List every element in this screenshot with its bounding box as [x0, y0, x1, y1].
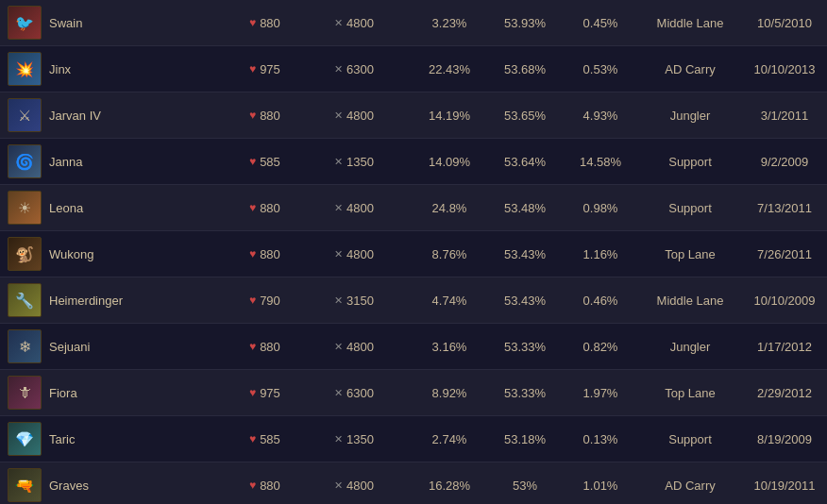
ip-cell: ♥ 585 — [242, 416, 327, 462]
ip-value: 880 — [260, 247, 280, 261]
banrate-cell: 0.53% — [563, 46, 638, 92]
table-row: 🐦 Swain ♥ 880 ✕ 4800 3.23% 53.93% 0.45% … — [0, 0, 827, 46]
ip-cell: ♥ 880 — [242, 462, 327, 505]
winrate-games-cell: 4.74% — [412, 277, 487, 324]
winrate-games-cell: 3.16% — [412, 324, 487, 370]
winrate-games-cell: 8.92% — [412, 370, 487, 416]
role-cell: Jungler — [638, 324, 742, 370]
role-cell: Jungler — [638, 92, 742, 139]
champion-name: Wukong — [49, 247, 93, 261]
champion-icon: 💥 — [8, 52, 42, 86]
rp-cell: ✕ 4800 — [327, 231, 412, 277]
release-cell: 10/19/2011 — [742, 462, 827, 505]
rp-cell: ✕ 4800 — [327, 462, 412, 505]
champion-cell-1: 💥 Jinx — [0, 46, 242, 92]
champion-cell-9: 💎 Taric — [0, 416, 242, 462]
ip-value: 790 — [260, 294, 280, 308]
rp-value: 6300 — [346, 62, 374, 76]
champion-icon: 🗡 — [8, 376, 42, 410]
rp-cell: ✕ 4800 — [327, 185, 412, 231]
ip-value: 880 — [260, 16, 280, 30]
ip-value: 880 — [260, 340, 280, 354]
ip-value: 975 — [260, 386, 280, 400]
rp-icon: ✕ — [334, 387, 343, 399]
table-row: 🐒 Wukong ♥ 880 ✕ 4800 8.76% 53.43% 1.16%… — [0, 231, 827, 277]
rp-icon: ✕ — [334, 109, 343, 122]
champion-icon: 💎 — [8, 422, 42, 456]
table-row: ❄ Sejuani ♥ 880 ✕ 4800 3.16% 53.33% 0.82… — [0, 324, 827, 370]
banrate-cell: 1.16% — [563, 231, 638, 277]
ip-cell: ♥ 880 — [242, 0, 327, 46]
winrate-games-cell: 24.8% — [412, 185, 487, 231]
banrate-cell: 0.82% — [563, 324, 638, 370]
champion-icon: 🐒 — [8, 237, 42, 271]
winrate-cell: 53.43% — [487, 277, 563, 324]
ip-cell: ♥ 975 — [242, 370, 327, 416]
rp-icon: ✕ — [334, 479, 343, 492]
rp-icon: ✕ — [334, 156, 343, 168]
rp-icon: ✕ — [334, 17, 343, 29]
role-cell: AD Carry — [638, 462, 742, 505]
ip-icon: ♥ — [249, 109, 256, 122]
champion-name: Taric — [49, 432, 75, 446]
release-cell: 2/29/2012 — [742, 370, 827, 416]
rp-value: 4800 — [346, 201, 374, 215]
winrate-cell: 53.48% — [487, 185, 563, 231]
champion-cell-10: 🔫 Graves — [0, 462, 242, 505]
table-row: 🌀 Janna ♥ 585 ✕ 1350 14.09% 53.64% 14.58… — [0, 139, 827, 185]
rp-icon: ✕ — [334, 341, 343, 353]
ip-icon: ♥ — [249, 432, 256, 445]
winrate-games-cell: 22.43% — [412, 46, 487, 92]
champion-icon: ⚔ — [8, 98, 42, 132]
ip-value: 975 — [260, 62, 280, 76]
release-cell: 1/17/2012 — [742, 324, 827, 370]
rp-icon: ✕ — [334, 63, 343, 76]
banrate-cell: 14.58% — [563, 139, 638, 185]
table-row: 🔫 Graves ♥ 880 ✕ 4800 16.28% 53% 1.01% A… — [0, 462, 827, 505]
winrate-cell: 53.33% — [487, 324, 563, 370]
ip-cell: ♥ 880 — [242, 185, 327, 231]
rp-cell: ✕ 6300 — [327, 46, 412, 92]
winrate-games-cell: 3.23% — [412, 0, 487, 46]
rp-cell: ✕ 4800 — [327, 0, 412, 46]
ip-cell: ♥ 790 — [242, 277, 327, 324]
champion-icon: 🌀 — [8, 144, 42, 178]
ip-value: 880 — [260, 201, 280, 215]
champion-icon: 🐦 — [8, 6, 42, 40]
ip-icon: ♥ — [249, 340, 256, 353]
champion-icon: 🔫 — [8, 468, 42, 502]
ip-value: 880 — [260, 109, 280, 123]
banrate-cell: 1.97% — [563, 370, 638, 416]
release-cell: 7/26/2011 — [742, 231, 827, 277]
banrate-cell: 0.45% — [563, 0, 638, 46]
banrate-cell: 0.13% — [563, 416, 638, 462]
winrate-games-cell: 14.09% — [412, 139, 487, 185]
rp-cell: ✕ 4800 — [327, 324, 412, 370]
rp-cell: ✕ 6300 — [327, 370, 412, 416]
banrate-cell: 4.93% — [563, 92, 638, 139]
champion-name: Fiora — [49, 386, 77, 400]
ip-icon: ♥ — [249, 294, 256, 307]
champion-cell-5: 🐒 Wukong — [0, 231, 242, 277]
champion-name: Jinx — [49, 62, 71, 76]
winrate-cell: 53.33% — [487, 370, 563, 416]
champion-name: Sejuani — [49, 340, 90, 354]
release-cell: 3/1/2011 — [742, 92, 827, 139]
role-cell: Middle Lane — [638, 0, 742, 46]
rp-cell: ✕ 3150 — [327, 277, 412, 324]
champion-icon: ❄ — [8, 329, 42, 363]
champion-name: Leona — [49, 201, 83, 215]
ip-value: 880 — [260, 479, 280, 493]
ip-cell: ♥ 880 — [242, 231, 327, 277]
winrate-games-cell: 2.74% — [412, 416, 487, 462]
ip-value: 585 — [260, 432, 280, 446]
banrate-cell: 0.46% — [563, 277, 638, 324]
table-row: 🔧 Heimerdinger ♥ 790 ✕ 3150 4.74% 53.43%… — [0, 277, 827, 324]
role-cell: Support — [638, 139, 742, 185]
champion-cell-4: ☀ Leona — [0, 185, 242, 231]
ip-value: 585 — [260, 155, 280, 169]
rp-icon: ✕ — [334, 202, 343, 214]
release-cell: 9/2/2009 — [742, 139, 827, 185]
rp-value: 4800 — [346, 16, 374, 30]
champion-cell-6: 🔧 Heimerdinger — [0, 277, 242, 324]
